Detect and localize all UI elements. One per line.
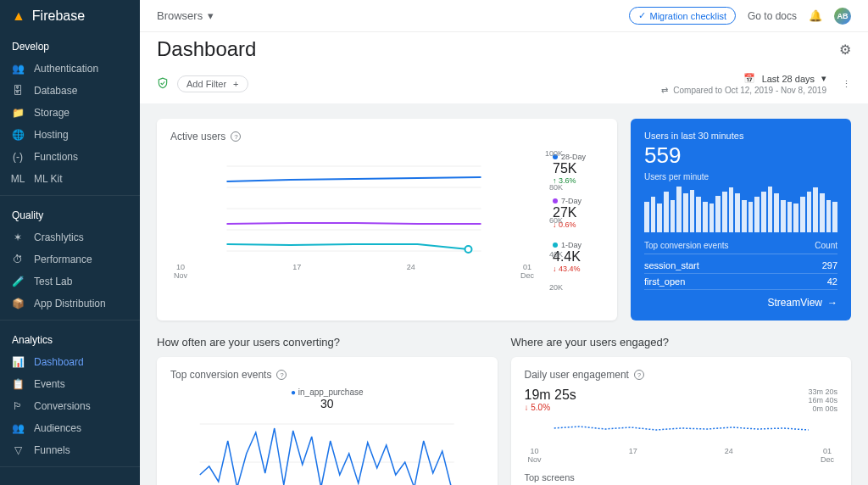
sidebar-item-dashboard[interactable]: 📊Dashboard bbox=[0, 351, 140, 373]
crashlytics-icon: ✶ bbox=[12, 231, 24, 243]
events-icon: 📋 bbox=[12, 378, 24, 390]
help-icon[interactable]: ? bbox=[231, 131, 241, 142]
realtime-value: 559 bbox=[644, 142, 837, 169]
go-to-docs-link[interactable]: Go to docs bbox=[748, 10, 797, 22]
date-range-selector[interactable]: 📅 Last 28 days ▾ bbox=[661, 73, 826, 84]
svg-point-5 bbox=[465, 246, 472, 253]
sidebar-item-test-lab[interactable]: 🧪Test Lab bbox=[0, 270, 140, 293]
top-screens-title: Top screens bbox=[525, 472, 838, 482]
calendar-icon: 📅 bbox=[743, 73, 755, 84]
sidebar-item-hosting[interactable]: 🌐Hosting bbox=[0, 124, 140, 146]
sidebar-item-conversions[interactable]: 🏳Conversions bbox=[0, 395, 140, 417]
realtime-event-row[interactable]: first_open42 bbox=[644, 274, 837, 290]
conversions-question: How often are your users converting? bbox=[157, 336, 498, 348]
help-icon[interactable]: ? bbox=[634, 370, 644, 380]
main: Browsers ▾ ✓ Migration checklist Go to d… bbox=[140, 0, 868, 485]
sidebar-item-crashlytics[interactable]: ✶Crashlytics bbox=[0, 226, 140, 248]
functions-icon: (-) bbox=[12, 151, 24, 163]
breadcrumb[interactable]: Browsers ▾ bbox=[157, 9, 214, 22]
engagement-card: Daily user engagement ? 19m 25s ↓ 5.0% 3… bbox=[511, 357, 852, 485]
sidebar: ▲ Firebase Develop👥Authentication🗄Databa… bbox=[0, 0, 140, 485]
shield-icon bbox=[157, 77, 169, 91]
sidebar-item-functions[interactable]: (-)Functions bbox=[0, 146, 140, 168]
test-lab-icon: 🧪 bbox=[12, 276, 24, 287]
sidebar-section-title: Develop bbox=[0, 32, 140, 58]
realtime-bars-chart bbox=[644, 187, 837, 232]
dashboard-icon: 📊 bbox=[12, 356, 24, 368]
active-users-title: Active users bbox=[170, 131, 225, 142]
sidebar-item-authentication[interactable]: 👥Authentication bbox=[0, 58, 140, 80]
checklist-icon: ✓ bbox=[638, 10, 646, 21]
migration-checklist-button[interactable]: ✓ Migration checklist bbox=[629, 7, 735, 25]
customize-dashboard-icon[interactable]: ⚙ bbox=[839, 42, 851, 58]
realtime-title: Users in last 30 minutes bbox=[644, 131, 837, 141]
realtime-event-row[interactable]: session_start297 bbox=[644, 258, 837, 274]
topbar: Browsers ▾ ✓ Migration checklist Go to d… bbox=[140, 0, 868, 32]
compare-icon: ⇄ bbox=[661, 86, 668, 95]
brand-name: Firebase bbox=[32, 8, 85, 24]
sidebar-item-database[interactable]: 🗄Database bbox=[0, 80, 140, 102]
streamview-link[interactable]: StreamView → bbox=[644, 290, 837, 309]
sidebar-item-performance[interactable]: ⏱Performance bbox=[0, 248, 140, 270]
funnels-icon: ▽ bbox=[12, 444, 24, 456]
page-title: Dashboard bbox=[157, 37, 256, 61]
active-users-card: Active users ? bbox=[157, 119, 617, 321]
app-distribution-icon: 📦 bbox=[12, 298, 24, 309]
sidebar-section-title: Analytics bbox=[0, 326, 140, 351]
authentication-icon: 👥 bbox=[12, 63, 24, 75]
engagement-question: Where are your users engaged? bbox=[511, 336, 852, 348]
engagement-value: 19m 25s bbox=[525, 387, 576, 403]
sidebar-item-events[interactable]: 📋Events bbox=[0, 373, 140, 395]
flame-icon: ▲ bbox=[12, 8, 25, 24]
bell-icon[interactable]: 🔔 bbox=[809, 9, 822, 22]
compared-to-text: ⇄ Compared to Oct 12, 2019 - Nov 8, 2019 bbox=[661, 86, 826, 95]
conversion-value: 30 bbox=[170, 397, 484, 410]
conversions-icon: 🏳 bbox=[12, 400, 24, 412]
conversions-card: Top conversion events ? ● in_app_purchas… bbox=[157, 357, 498, 485]
engagement-chart bbox=[525, 416, 838, 445]
firebase-logo[interactable]: ▲ Firebase bbox=[0, 0, 140, 32]
storage-icon: 📁 bbox=[12, 107, 24, 119]
hosting-icon: 🌐 bbox=[12, 129, 24, 141]
conversions-chart: 10 Nov172401 Dec bbox=[170, 415, 484, 485]
arrow-right-icon: → bbox=[827, 297, 837, 309]
realtime-users-card: Users in last 30 minutes 559 Users per m… bbox=[631, 119, 851, 321]
engagement-delta: ↓ 5.0% bbox=[525, 403, 576, 412]
sidebar-item-funnels[interactable]: ▽Funnels bbox=[0, 439, 140, 461]
ml-kit-icon: ML bbox=[12, 173, 24, 185]
performance-icon: ⏱ bbox=[12, 254, 24, 265]
sidebar-item-audiences[interactable]: 👥Audiences bbox=[0, 417, 140, 439]
add-filter-button[interactable]: Add Filter + bbox=[177, 75, 248, 92]
sidebar-item-ml-kit[interactable]: MLML Kit bbox=[0, 168, 140, 190]
help-icon[interactable]: ? bbox=[276, 370, 287, 380]
database-icon: 🗄 bbox=[12, 85, 24, 97]
kebab-menu-icon[interactable]: ⋮ bbox=[842, 79, 851, 90]
sidebar-item-app-distribution[interactable]: 📦App Distribution bbox=[0, 293, 140, 315]
chevron-down-icon: ▾ bbox=[821, 73, 826, 84]
audiences-icon: 👥 bbox=[12, 422, 24, 434]
avatar[interactable]: AB bbox=[834, 8, 851, 25]
sidebar-section-title: Quality bbox=[0, 201, 140, 226]
active-users-chart: 10 Nov172401 Dec 100K80K60K40K20K bbox=[170, 149, 537, 309]
chevron-down-icon: ▾ bbox=[208, 9, 214, 22]
sidebar-item-storage[interactable]: 📁Storage bbox=[0, 102, 140, 124]
realtime-sub: Users per minute bbox=[644, 172, 837, 181]
plus-icon: + bbox=[233, 79, 238, 89]
